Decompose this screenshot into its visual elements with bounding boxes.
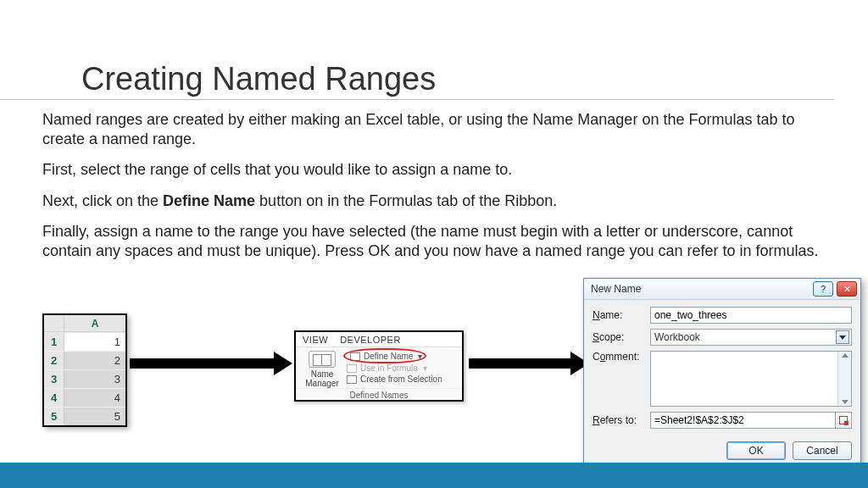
excel-row-header: 3 — [44, 369, 64, 388]
chevron-down-icon: ▾ — [423, 363, 427, 373]
excel-cell: 4 — [64, 388, 125, 407]
create-from-selection-icon — [347, 375, 357, 384]
comment-label: Comment: — [593, 351, 645, 363]
name-manager-icon — [309, 351, 336, 368]
define-name-label: Define Name — [364, 352, 413, 361]
chevron-down-icon: ▾ — [418, 352, 422, 361]
scroll-down-icon — [842, 400, 849, 404]
excel-cell: 5 — [64, 407, 125, 425]
ok-button[interactable]: OK — [726, 441, 786, 460]
scope-value: Workbook — [654, 331, 700, 343]
range-picker-button[interactable] — [835, 412, 852, 429]
excel-cell: 3 — [64, 369, 125, 388]
excel-select-all-corner — [44, 315, 64, 332]
close-icon: ✕ — [843, 284, 851, 295]
cancel-button[interactable]: Cancel — [793, 441, 852, 460]
scope-select[interactable]: Workbook — [650, 329, 852, 346]
tab-developer[interactable]: DEVELOPER — [340, 335, 401, 345]
name-label: Name: — [593, 309, 645, 321]
help-icon: ? — [821, 284, 826, 294]
define-name-button[interactable]: Define Name ▾ — [347, 351, 442, 362]
range-picker-icon — [839, 416, 848, 424]
chevron-down-icon — [839, 336, 846, 340]
excel-row-header: 2 — [44, 351, 64, 369]
use-in-formula-button[interactable]: Use in Formula ▾ — [347, 363, 442, 373]
excel-col-header-a: A — [64, 315, 125, 332]
close-button[interactable]: ✕ — [837, 281, 857, 297]
excel-row-header: 1 — [44, 332, 64, 351]
excel-cell: 2 — [64, 351, 125, 369]
tab-view[interactable]: VIEW — [303, 335, 328, 345]
name-field[interactable] — [650, 307, 852, 324]
scrollbar[interactable] — [837, 352, 851, 406]
scope-label: Scope: — [593, 331, 645, 343]
scroll-up-icon — [842, 353, 849, 358]
excel-selection-figure: A 11 22 33 44 55 — [42, 313, 127, 427]
slide-footer-bar — [0, 463, 868, 488]
use-in-formula-label: Use in Formula — [360, 363, 418, 373]
ribbon-group-label: Defined Names — [296, 388, 462, 400]
help-button[interactable]: ? — [813, 281, 833, 297]
arrow-icon — [469, 352, 589, 375]
new-name-dialog: New Name ? ✕ Name: Scope: Workbook Comme… — [583, 278, 861, 469]
excel-row-header: 4 — [44, 388, 64, 407]
ribbon-figure: VIEW DEVELOPER Name Manager Define Name … — [294, 330, 464, 402]
excel-cell: 1 — [64, 332, 125, 351]
create-from-selection-button[interactable]: Create from Selection — [347, 374, 442, 384]
comment-field[interactable] — [650, 351, 852, 407]
excel-row-header: 5 — [44, 407, 64, 425]
refers-to-label: Refers to: — [593, 414, 645, 426]
use-in-formula-icon — [347, 364, 357, 373]
name-manager-label: Name Manager — [305, 369, 338, 388]
define-name-icon — [350, 352, 360, 361]
name-manager-button[interactable]: Name Manager — [301, 351, 343, 388]
create-from-selection-label: Create from Selection — [360, 374, 442, 384]
refers-to-field[interactable] — [650, 412, 835, 429]
dropdown-button[interactable] — [836, 330, 849, 344]
dialog-title: New Name — [591, 283, 641, 295]
arrow-icon — [130, 352, 292, 375]
